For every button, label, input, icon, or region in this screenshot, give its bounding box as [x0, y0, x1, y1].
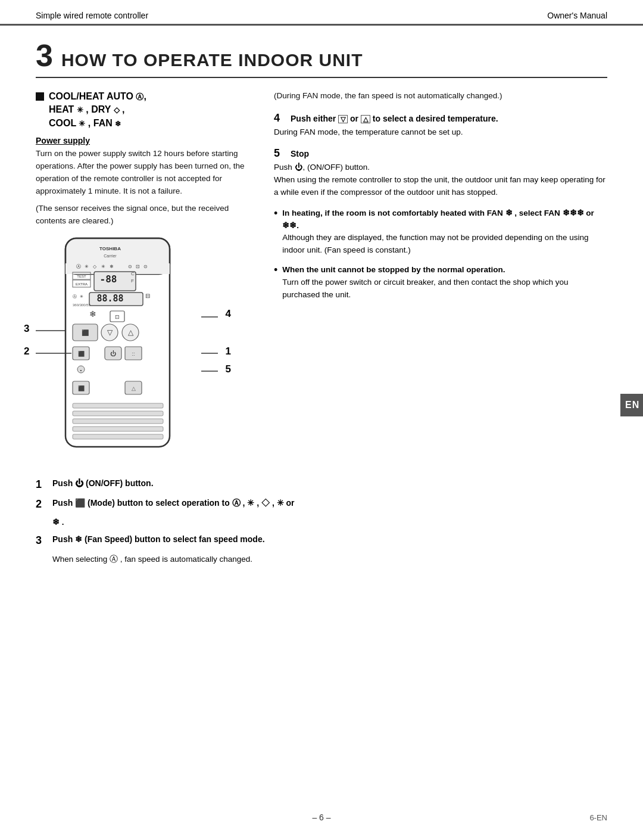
power-supply-text2: (The sensor receives the signal once, bu… [36, 203, 250, 228]
section-heading-text: COOL/HEAT AUTO Ⓐ, HEAT ✳ , DRY ◇ , COOL … [49, 90, 146, 130]
svg-text:F: F [131, 278, 134, 284]
bullet-2-text: When the unit cannot be stopped by the n… [282, 264, 607, 301]
svg-text:C: C [131, 271, 135, 276]
svg-text:⬛: ⬛ [78, 350, 85, 357]
bullet-1: • In heating, if the room is not comfort… [274, 207, 607, 257]
header-left: Simple wired remote controller [36, 11, 148, 20]
svg-text:△: △ [128, 328, 134, 337]
power-supply-title: Power supply [36, 136, 250, 145]
step-2-sub: ❄ . [52, 517, 607, 528]
svg-text:✳: ✳ [85, 264, 89, 269]
left-column: COOL/HEAT AUTO Ⓐ, HEAT ✳ , DRY ◇ , COOL … [36, 90, 250, 471]
callout-3: 3 [24, 323, 29, 335]
step-5: 5 Stop Push ⏻, (ON/OFF) button. When usi… [274, 147, 607, 199]
svg-text:❄: ❄ [110, 264, 114, 269]
svg-text:✳: ✳ [101, 264, 105, 269]
svg-text:::: :: [132, 351, 135, 357]
svg-rect-49 [73, 411, 163, 416]
svg-text:⊙: ⊙ [143, 264, 148, 269]
callout-line-3 [36, 328, 67, 334]
callout-5: 5 [226, 363, 231, 375]
svg-text:Ⓐ: Ⓐ [73, 294, 77, 298]
svg-rect-51 [73, 427, 163, 431]
remote-diagram: TOSHIBA Carrier Ⓐ ✳ ◇ ✳ ❄ ⊙ ⊡ ⊙ TEST [42, 234, 214, 462]
step-4: 4 Push either ▽ or △ to select a desired… [274, 112, 607, 139]
step-5-title: Stop [291, 149, 309, 158]
step-3-text: Push ❄ (Fan Speed) button to select fan … [52, 533, 607, 546]
page-header: Simple wired remote controller Owner's M… [0, 0, 643, 26]
en-badge: EN [620, 394, 643, 416]
step-3-number: 3 [36, 533, 52, 548]
bullet-1-dot: • [274, 207, 277, 220]
footer-page: – 6 – [312, 813, 330, 822]
header-right: Owner's Manual [547, 11, 607, 20]
callout-line-1 [201, 350, 219, 356]
step-5-body: Push ⏻, (ON/OFF) button. When using the … [274, 161, 607, 199]
callout-2: 2 [24, 346, 29, 357]
svg-text:❄: ❄ [89, 309, 96, 319]
svg-rect-52 [73, 434, 163, 439]
footer-right: 6-EN [589, 813, 607, 822]
callout-line-5 [201, 368, 219, 374]
bullet-1-text: In heating, if the room is not comfortab… [282, 207, 607, 257]
svg-text:TOSHIBA: TOSHIBA [99, 246, 121, 251]
main-content: COOL/HEAT AUTO Ⓐ, HEAT ✳ , DRY ◇ , COOL … [0, 90, 643, 471]
svg-rect-48 [73, 403, 163, 408]
step-5-number: 5 [274, 147, 287, 160]
svg-text:-88: -88 [100, 273, 117, 285]
remote-svg: TOSHIBA Carrier Ⓐ ✳ ◇ ✳ ❄ ⊙ ⊡ ⊙ TEST [42, 234, 214, 460]
right-column: (During FAN mode, the fan speed is not a… [274, 90, 607, 471]
svg-text:✳: ✳ [80, 294, 83, 298]
svg-text:EXTRA: EXTRA [76, 282, 88, 286]
step-2-number: 2 [36, 497, 52, 512]
svg-text:⬛: ⬛ [78, 385, 85, 392]
svg-text:Carrier: Carrier [104, 254, 117, 258]
chapter-divider [36, 77, 607, 78]
svg-text:⊡: ⊡ [136, 264, 140, 269]
svg-text:△: △ [132, 385, 136, 391]
svg-text:Ⓐ: Ⓐ [76, 264, 81, 269]
step-3-sub: When selecting Ⓐ , fan speed is automati… [52, 553, 607, 565]
svg-text:⬛: ⬛ [82, 329, 89, 337]
chapter-title: HOW TO OPERATE INDOOR UNIT [61, 50, 363, 70]
callout-line-4 [201, 311, 219, 323]
svg-text:88.88: 88.88 [96, 293, 123, 304]
svg-text:▽: ▽ [107, 328, 113, 337]
bullet-2-dot: • [274, 264, 277, 277]
svg-text:◇: ◇ [93, 264, 97, 269]
svg-text:⊟: ⊟ [145, 293, 150, 299]
svg-text:•: • [80, 368, 82, 373]
step-4-title: Push either ▽ or △ to select a desired t… [291, 114, 498, 123]
diagram-container: TOSHIBA Carrier Ⓐ ✳ ◇ ✳ ❄ ⊙ ⊡ ⊙ TEST [42, 234, 226, 462]
section-marker [36, 92, 44, 101]
step-4-body: During FAN mode, the temperature cannot … [274, 126, 607, 139]
chapter-number: 3 [36, 40, 53, 71]
bullet-2: • When the unit cannot be stopped by the… [274, 264, 607, 301]
callout-line-2 [36, 350, 73, 356]
footer: – 6 – 6-EN [0, 813, 643, 822]
svg-text:TEST: TEST [77, 275, 86, 278]
step-1-text: Push ⏻ (ON/OFF) button. [52, 477, 607, 490]
svg-text:⊙: ⊙ [128, 264, 132, 269]
callout-4: 4 [226, 308, 231, 320]
svg-text:360/300/55: 360/300/55 [73, 303, 91, 307]
step-3: 3 Push ❄ (Fan Speed) button to select fa… [36, 533, 607, 548]
svg-rect-50 [73, 419, 163, 424]
step-4-number: 4 [274, 112, 287, 125]
step-2: 2 Push ⬛ (Mode) button to select operati… [36, 497, 607, 512]
power-supply-text1: Turn on the power supply switch 12 hours… [36, 148, 250, 198]
step-1-number: 1 [36, 477, 52, 492]
step-2-text: Push ⬛ (Mode) button to select operation… [52, 497, 607, 509]
steps-section: 1 Push ⏻ (ON/OFF) button. 2 Push ⬛ (Mode… [0, 471, 643, 565]
chapter-heading: 3 HOW TO OPERATE INDOOR UNIT [0, 26, 643, 77]
svg-text:⊡: ⊡ [115, 314, 120, 320]
power-supply-section: Power supply Turn on the power supply sw… [36, 136, 250, 228]
step-1: 1 Push ⏻ (ON/OFF) button. [36, 477, 607, 492]
section-heading: COOL/HEAT AUTO Ⓐ, HEAT ✳ , DRY ◇ , COOL … [36, 90, 250, 130]
callout-1: 1 [226, 346, 231, 357]
svg-text:⏻: ⏻ [110, 350, 116, 357]
fan-mode-note: (During FAN mode, the fan speed is not a… [274, 90, 607, 102]
